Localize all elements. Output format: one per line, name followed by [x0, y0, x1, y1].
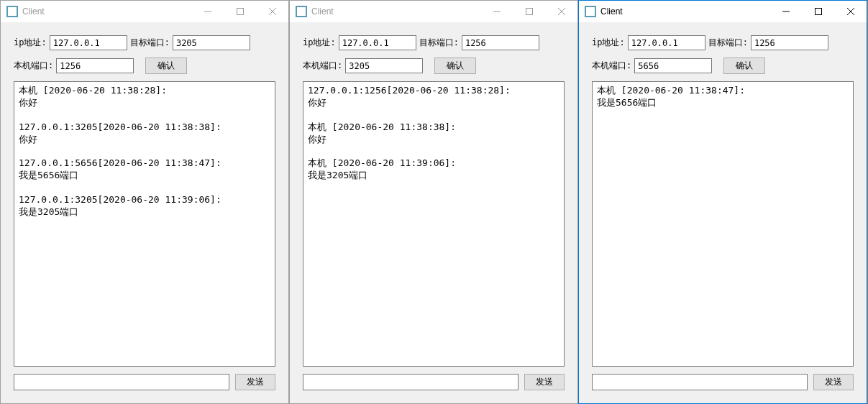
client-window-3: Client ip地址: 目标端口: 本机端口: 确认 本机 [2020-06-…: [578, 0, 867, 404]
local-port-input[interactable]: [634, 58, 712, 73]
message-input[interactable]: [303, 374, 518, 390]
ip-label: ip地址:: [303, 37, 336, 49]
window-controls: [191, 1, 288, 22]
send-row: 发送: [592, 374, 854, 390]
local-port-input[interactable]: [345, 58, 423, 73]
ip-label: ip地址:: [592, 37, 625, 49]
local-port-label: 本机端口:: [303, 60, 342, 72]
confirm-button[interactable]: 确认: [723, 58, 765, 74]
message-log[interactable]: 本机 [2020-06-20 11:38:47]: 我是5656端口: [592, 81, 854, 367]
send-button[interactable]: 发送: [235, 374, 275, 390]
maximize-icon[interactable]: [224, 1, 256, 22]
ip-input[interactable]: [339, 35, 416, 50]
svg-rect-9: [815, 9, 821, 15]
content-area: ip地址: 目标端口: 本机端口: 确认 127.0.0.1:1256[2020…: [290, 22, 577, 403]
window-controls: [480, 1, 577, 22]
content-area: ip地址: 目标端口: 本机端口: 确认 本机 [2020-06-20 11:3…: [579, 22, 867, 403]
local-port-label: 本机端口:: [592, 60, 631, 72]
send-row: 发送: [303, 374, 565, 390]
content-area: ip地址: 目标端口: 本机端口: 确认 本机 [2020-06-20 11:3…: [1, 22, 288, 403]
app-icon: [585, 6, 596, 17]
maximize-icon[interactable]: [802, 1, 834, 22]
ip-input[interactable]: [628, 35, 705, 50]
maximize-icon[interactable]: [513, 1, 545, 22]
send-button[interactable]: 发送: [813, 374, 854, 390]
window-controls: [769, 1, 867, 22]
target-port-input[interactable]: [751, 35, 828, 50]
window-title: Client: [311, 6, 480, 17]
titlebar[interactable]: Client: [1, 1, 288, 22]
close-icon[interactable]: [256, 1, 288, 22]
svg-rect-5: [526, 9, 532, 15]
minimize-icon[interactable]: [480, 1, 513, 22]
window-title: Client: [600, 6, 769, 17]
confirm-button[interactable]: 确认: [145, 58, 187, 74]
client-window-2: Client ip地址: 目标端口: 本机端口: 确认 127.0.0.1:12…: [289, 0, 578, 404]
app-icon: [296, 6, 307, 17]
window-title: Client: [22, 6, 191, 17]
ip-row: ip地址: 目标端口:: [14, 35, 275, 50]
local-port-row: 本机端口: 确认: [303, 58, 565, 74]
titlebar[interactable]: Client: [290, 1, 577, 22]
send-button[interactable]: 发送: [524, 374, 565, 390]
client-window-1: Client ip地址: 目标端口: 本机端口: 确认 本机 [2020-06-…: [0, 0, 289, 404]
local-port-label: 本机端口:: [14, 60, 53, 72]
message-log[interactable]: 127.0.0.1:1256[2020-06-20 11:38:28]: 你好 …: [303, 81, 565, 367]
target-port-label: 目标端口:: [419, 37, 459, 49]
ip-row: ip地址: 目标端口:: [592, 35, 854, 50]
close-icon[interactable]: [545, 1, 577, 22]
confirm-button[interactable]: 确认: [434, 58, 476, 74]
send-row: 发送: [14, 374, 275, 390]
local-port-row: 本机端口: 确认: [592, 58, 854, 74]
target-port-label: 目标端口:: [130, 37, 170, 49]
local-port-row: 本机端口: 确认: [14, 58, 275, 74]
target-port-input[interactable]: [173, 35, 250, 50]
titlebar[interactable]: Client: [579, 1, 867, 22]
close-icon[interactable]: [834, 1, 867, 22]
ip-row: ip地址: 目标端口:: [303, 35, 565, 50]
message-input[interactable]: [14, 374, 229, 390]
app-icon: [6, 6, 18, 17]
ip-label: ip地址:: [14, 37, 47, 49]
svg-rect-1: [237, 9, 243, 15]
local-port-input[interactable]: [56, 58, 134, 73]
target-port-label: 目标端口:: [708, 37, 748, 49]
target-port-input[interactable]: [462, 35, 539, 50]
ip-input[interactable]: [50, 35, 127, 50]
minimize-icon[interactable]: [191, 1, 224, 22]
message-log[interactable]: 本机 [2020-06-20 11:38:28]: 你好 127.0.0.1:3…: [14, 81, 275, 367]
minimize-icon[interactable]: [769, 1, 802, 22]
message-input[interactable]: [592, 374, 808, 390]
